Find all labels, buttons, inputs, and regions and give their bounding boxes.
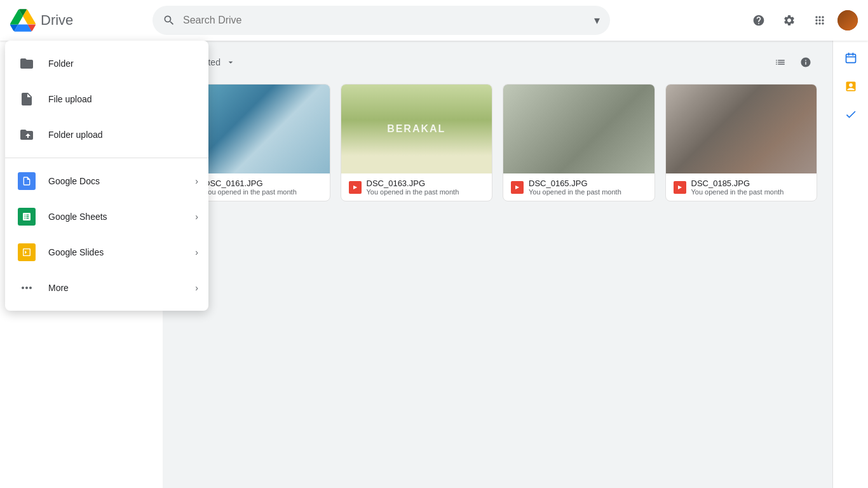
file-thumbnail-dsc0165 bbox=[503, 85, 654, 173]
search-icon bbox=[163, 14, 175, 27]
list-view-icon bbox=[775, 57, 786, 68]
sheets-icon bbox=[15, 205, 38, 228]
menu-item-google-sheets[interactable]: Google Sheets› bbox=[5, 199, 208, 234]
tasks-icon bbox=[844, 80, 857, 93]
menu-item-arrow-google-slides: › bbox=[195, 247, 198, 257]
info-view-button[interactable] bbox=[794, 51, 817, 74]
files-grid: DSC_0161.JPGYou opened in the past month… bbox=[178, 84, 817, 201]
file-details-dsc0163: DSC_0163.JPGYou opened in the past month bbox=[367, 179, 485, 196]
svg-rect-0 bbox=[846, 54, 855, 62]
file-info-dsc0165: DSC_0165.JPGYou opened in the past month bbox=[503, 173, 654, 201]
tasks-button[interactable] bbox=[838, 74, 864, 99]
folder-upload-icon bbox=[15, 123, 38, 146]
file-type-icon-dsc0185 bbox=[674, 181, 686, 194]
file-name-dsc0185: DSC_0185.JPG bbox=[691, 179, 810, 188]
menu-item-folder[interactable]: Folder bbox=[5, 46, 208, 81]
view-controls bbox=[769, 51, 817, 74]
check-button[interactable] bbox=[838, 102, 864, 127]
folder-icon bbox=[15, 52, 38, 75]
menu-item-label-folder: Folder bbox=[48, 58, 198, 69]
file-date-dsc0161: You opened in the past month bbox=[204, 188, 322, 196]
file-details-dsc0165: DSC_0165.JPGYou opened in the past month bbox=[529, 179, 647, 196]
menu-item-arrow-google-sheets: › bbox=[195, 212, 198, 222]
help-icon bbox=[752, 14, 765, 27]
apps-button[interactable] bbox=[807, 8, 832, 33]
file-type-icon-dsc0165 bbox=[511, 181, 524, 194]
logo-area: Drive bbox=[10, 9, 137, 32]
file-name-dsc0161: DSC_0161.JPG bbox=[204, 179, 322, 188]
apps-icon bbox=[813, 14, 826, 27]
menu-item-label-more: More bbox=[48, 283, 185, 293]
menu-item-label-folder-upload: Folder upload bbox=[48, 130, 198, 140]
file-date-dsc0163: You opened in the past month bbox=[367, 188, 485, 196]
menu-item-label-google-slides: Google Slides bbox=[48, 247, 185, 257]
topbar-actions bbox=[746, 8, 858, 33]
app-title: Drive bbox=[41, 12, 73, 29]
watermark-dsc0163: BERAKAL bbox=[387, 123, 445, 135]
settings-icon bbox=[783, 14, 796, 27]
file-info-dsc0185: DSC_0185.JPGYou opened in the past month bbox=[666, 173, 817, 201]
file-thumbnail-dsc0185 bbox=[666, 85, 817, 173]
file-details-dsc0161: DSC_0161.JPGYou opened in the past month bbox=[204, 179, 322, 196]
file-upload-icon bbox=[15, 88, 38, 111]
check-icon bbox=[844, 108, 857, 121]
section-dropdown-icon[interactable] bbox=[226, 57, 236, 67]
menu-item-label-google-sheets: Google Sheets bbox=[48, 212, 185, 222]
avatar[interactable] bbox=[837, 10, 858, 30]
file-name-dsc0165: DSC_0165.JPG bbox=[529, 179, 647, 188]
menu-item-folder-upload[interactable]: Folder upload bbox=[5, 117, 208, 152]
search-input[interactable] bbox=[183, 15, 594, 26]
file-info-dsc0163: DSC_0163.JPGYou opened in the past month bbox=[341, 173, 492, 201]
file-name-dsc0163: DSC_0163.JPG bbox=[367, 179, 485, 188]
topbar: Drive ▾ bbox=[0, 0, 868, 41]
file-type-icon-dsc0163 bbox=[349, 181, 362, 194]
menu-item-google-docs[interactable]: Google Docs› bbox=[5, 163, 208, 199]
new-dropdown-menu: FolderFile uploadFolder uploadGoogle Doc… bbox=[5, 41, 208, 311]
menu-item-file-upload[interactable]: File upload bbox=[5, 81, 208, 117]
list-view-button[interactable] bbox=[769, 51, 792, 74]
file-thumbnail-dsc0163: BERAKAL bbox=[341, 85, 492, 173]
file-card-dsc0165[interactable]: DSC_0165.JPGYou opened in the past month bbox=[503, 84, 655, 201]
menu-item-more[interactable]: More› bbox=[5, 270, 208, 306]
menu-item-arrow-more: › bbox=[195, 283, 198, 293]
search-dropdown-icon[interactable]: ▾ bbox=[594, 13, 600, 27]
calendar-icon bbox=[844, 52, 857, 65]
calendar-button[interactable] bbox=[838, 46, 864, 71]
file-card-dsc0163[interactable]: BERAKALDSC_0163.JPGYou opened in the pas… bbox=[341, 84, 493, 201]
slides-icon bbox=[15, 241, 38, 264]
info-view-icon bbox=[800, 57, 811, 68]
menu-item-arrow-google-docs: › bbox=[195, 176, 198, 186]
file-card-dsc0185[interactable]: DSC_0185.JPGYou opened in the past month bbox=[665, 84, 818, 201]
right-panel bbox=[832, 41, 868, 488]
help-button[interactable] bbox=[746, 8, 771, 33]
file-date-dsc0185: You opened in the past month bbox=[691, 188, 810, 196]
section-header: Suggested bbox=[178, 51, 817, 74]
docs-icon bbox=[15, 170, 38, 193]
menu-item-label-google-docs: Google Docs bbox=[48, 176, 185, 186]
search-bar[interactable]: ▾ bbox=[153, 6, 610, 35]
file-date-dsc0165: You opened in the past month bbox=[529, 188, 647, 196]
drive-logo-icon bbox=[10, 9, 36, 32]
menu-item-google-slides[interactable]: Google Slides› bbox=[5, 234, 208, 270]
more-icon bbox=[15, 276, 38, 299]
menu-divider bbox=[5, 158, 208, 158]
main-content: Suggested DSC_0161.JPGYo bbox=[163, 41, 832, 488]
file-details-dsc0185: DSC_0185.JPGYou opened in the past month bbox=[691, 179, 810, 196]
settings-button[interactable] bbox=[776, 8, 802, 33]
menu-item-label-file-upload: File upload bbox=[48, 94, 198, 104]
